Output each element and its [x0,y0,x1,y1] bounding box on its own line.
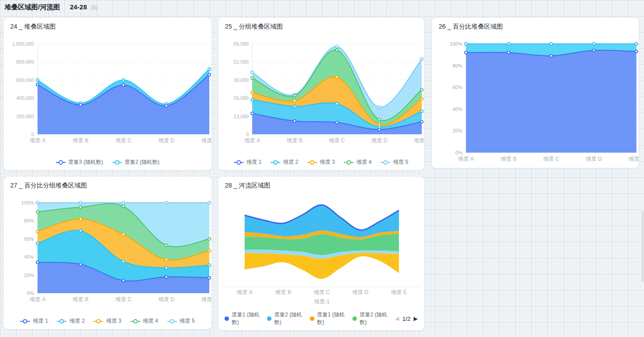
legend-item[interactable]: 维度 5 [167,317,195,325]
data-point-marker[interactable] [165,258,168,261]
legend-item[interactable]: 维度 1 [234,158,262,166]
data-point-marker[interactable] [79,263,82,265]
y-tick-label: 0% [27,290,34,296]
data-point-marker[interactable] [122,205,125,208]
data-point-marker[interactable] [208,238,211,240]
data-point-marker[interactable] [293,119,296,122]
data-point-marker[interactable] [79,230,82,232]
data-point-marker[interactable] [251,77,254,79]
legend-item[interactable]: 维度 5 [381,158,408,166]
data-point-marker[interactable] [79,218,82,220]
y-tick-label: 80% [453,63,462,68]
data-point-marker[interactable] [122,84,125,86]
data-point-marker[interactable] [593,43,595,45]
data-point-marker[interactable] [378,106,381,108]
data-point-marker[interactable] [378,128,381,131]
chart-card-28: 28 _ 河流区域图 维度 A维度 B维度 C维度 D维度 E维度-1 度量1 … [218,177,424,330]
x-tick-label: 维度 D [352,289,369,295]
data-point-marker[interactable] [165,276,168,278]
data-point-marker[interactable] [208,201,211,204]
y-tick-label: 60% [24,236,34,242]
data-point-marker[interactable] [635,43,638,45]
legend-line-ring-icon [381,160,390,165]
data-point-marker[interactable] [36,201,39,204]
data-point-marker[interactable] [208,68,211,71]
data-point-marker[interactable] [122,79,125,81]
data-point-marker[interactable] [208,277,211,279]
data-point-marker[interactable] [293,105,296,108]
data-point-marker[interactable] [593,49,595,52]
legend-item[interactable]: 维度 1 [20,317,48,325]
data-point-marker[interactable] [36,242,39,245]
data-point-marker[interactable] [251,91,254,94]
legend-item[interactable]: 度量1 (随机数) [225,311,261,326]
data-point-marker[interactable] [465,43,467,45]
data-point-marker[interactable] [420,58,423,60]
x-tick-label: 维度 A [237,289,252,295]
data-point-marker[interactable] [420,120,423,123]
data-point-marker[interactable] [36,261,39,264]
legend-item[interactable]: 维度 3 [307,158,335,166]
data-point-marker[interactable] [165,266,168,269]
legend-line-ring-icon [167,319,177,324]
data-point-marker[interactable] [251,71,254,74]
data-point-marker[interactable] [36,230,39,233]
legend-label: 度量2 (随机数) [125,158,160,166]
legend-item[interactable]: 度量1 (随机数) [310,311,346,326]
legend-item[interactable]: 维度 4 [131,317,158,325]
data-point-marker[interactable] [420,110,423,113]
x-tick-label: 维度 B [501,156,517,162]
data-point-marker[interactable] [208,249,211,252]
legend-item[interactable]: 度量3 (随机数) [56,158,103,166]
data-point-marker[interactable] [208,264,211,266]
legend-item[interactable]: 度量2 (随机数) [352,311,389,326]
data-point-marker[interactable] [293,94,296,97]
data-point-marker[interactable] [122,260,125,263]
data-point-marker[interactable] [420,98,423,100]
pager-prev-icon[interactable]: ◀ [395,316,399,322]
data-point-marker[interactable] [79,206,82,209]
data-point-marker[interactable] [122,233,125,236]
data-point-marker[interactable] [635,50,638,53]
data-point-marker[interactable] [336,76,339,79]
chart-card-26: 26 _ 百分比堆叠区域图 100%80%60%40%20%0%维度 A维度 B… [432,18,639,168]
x-tick-label: 维度 B [275,289,291,295]
x-tick-label: 维度 E [201,296,211,303]
data-point-marker[interactable] [293,99,296,102]
vertical-scrollbar-thumb[interactable] [642,210,644,282]
data-point-marker[interactable] [507,51,510,54]
data-point-marker[interactable] [36,83,39,86]
legend-item[interactable]: 维度 4 [344,158,372,166]
data-point-marker[interactable] [378,118,381,121]
x-tick-label: 维度 A [244,137,260,144]
data-point-marker[interactable] [165,244,168,247]
data-point-marker[interactable] [550,55,553,57]
data-point-marker[interactable] [336,121,339,124]
data-point-marker[interactable] [251,98,254,101]
data-point-marker[interactable] [79,103,82,106]
data-point-marker[interactable] [420,89,423,91]
data-point-marker[interactable] [36,210,39,213]
data-point-marker[interactable] [36,79,39,81]
data-point-marker[interactable] [550,43,553,45]
pager-next-icon[interactable]: ▶ [414,316,418,322]
data-point-marker[interactable] [336,102,339,105]
legend-item[interactable]: 维度 2 [57,317,85,325]
data-point-marker[interactable] [122,279,125,282]
x-tick-label: 维度 D [158,296,174,303]
legend-item[interactable]: 维度 2 [271,158,298,166]
data-point-marker[interactable] [336,49,339,51]
data-point-marker[interactable] [79,201,82,204]
data-point-marker[interactable] [336,45,339,48]
data-point-marker[interactable] [122,201,125,204]
data-point-marker[interactable] [507,43,510,45]
data-point-marker[interactable] [208,73,211,76]
legend-item[interactable]: 维度 3 [93,317,121,325]
data-point-marker[interactable] [251,112,254,115]
legend-item[interactable]: 度量2 (随机数) [112,158,160,166]
data-point-marker[interactable] [465,51,467,54]
legend-item[interactable]: 度量2 (随机数) [267,311,303,326]
data-point-marker[interactable] [165,104,168,107]
legend-line-ring-icon [57,319,67,324]
data-point-marker[interactable] [165,201,168,204]
